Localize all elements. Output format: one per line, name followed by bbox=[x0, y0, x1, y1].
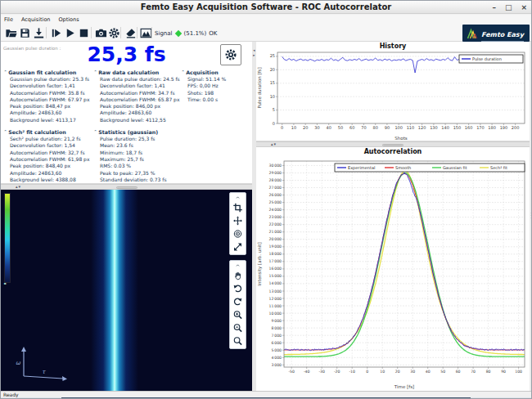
settings-button[interactable] bbox=[108, 27, 120, 39]
resize-button[interactable] bbox=[231, 240, 245, 253]
svg-text:25 000: 25 000 bbox=[268, 200, 282, 204]
svg-text:30 000: 30 000 bbox=[268, 164, 282, 168]
collapse-chevron-icon[interactable]: ˆ bbox=[4, 129, 7, 135]
section-header[interactable]: ˆSech² fit calculation bbox=[4, 129, 92, 135]
zoom-in-button[interactable] bbox=[231, 308, 245, 321]
camera-panel-splitter[interactable]: ▴▾ bbox=[1, 184, 252, 190]
settings-button[interactable] bbox=[220, 44, 241, 65]
section-item: Amplitude: 24863,60 bbox=[4, 110, 92, 116]
section-header[interactable]: ˆGaussian fit calculation bbox=[4, 69, 92, 75]
signal-ok-icon bbox=[174, 29, 181, 36]
zoom-out-button[interactable] bbox=[231, 321, 245, 334]
collapse-chevron-icon[interactable] bbox=[231, 194, 245, 201]
camera-button[interactable] bbox=[95, 27, 107, 39]
svg-text:24 000: 24 000 bbox=[268, 208, 282, 212]
undo-button[interactable] bbox=[231, 282, 245, 295]
section-item: Gaussian pulse duration: 25.3 fs bbox=[4, 76, 92, 83]
svg-text:140: 140 bbox=[441, 125, 449, 130]
section-item: FPS: 0,00 Hz bbox=[182, 83, 250, 89]
image-toolbar-top bbox=[229, 192, 246, 255]
svg-text:0: 0 bbox=[366, 370, 368, 374]
minimize-button[interactable]: – bbox=[492, 1, 496, 14]
svg-text:-50: -50 bbox=[288, 370, 295, 374]
svg-text:190: 190 bbox=[500, 125, 508, 130]
collapse-chevron-icon[interactable]: ˆ bbox=[94, 69, 97, 75]
stop-button[interactable] bbox=[78, 27, 90, 39]
section-sech-fit-calculation: ˆSech² fit calculationSech² pulse durati… bbox=[4, 129, 92, 183]
svg-text:4 000: 4 000 bbox=[271, 356, 282, 360]
collapse-chevron-icon[interactable] bbox=[231, 262, 245, 269]
crop-button[interactable] bbox=[231, 201, 245, 214]
axes-indicator: ω τ bbox=[12, 342, 86, 383]
splitter-arrows-icon[interactable]: ▴▾ bbox=[16, 184, 21, 189]
maximize-button[interactable]: □ bbox=[505, 1, 512, 14]
svg-text:Intensity [arb. unit]: Intensity [arb. unit] bbox=[257, 242, 263, 285]
section-raw-data-calculation: ˆRaw data calculationRaw data pulse dura… bbox=[94, 69, 180, 123]
svg-text:Smooth: Smooth bbox=[395, 165, 411, 170]
svg-text:27 000: 27 000 bbox=[268, 186, 282, 190]
history-panel: History 05101520250102030405060708090100… bbox=[256, 42, 530, 141]
svg-text:10: 10 bbox=[380, 370, 385, 374]
splitter-handle[interactable] bbox=[382, 144, 404, 146]
section-header[interactable]: ˆRaw data calculation bbox=[94, 69, 180, 75]
svg-text:5 000: 5 000 bbox=[271, 348, 282, 352]
close-button[interactable]: × bbox=[521, 1, 527, 14]
svg-text:50: 50 bbox=[338, 125, 343, 130]
section-item: Time: 0.00 s bbox=[182, 96, 250, 103]
collapse-chevron-icon[interactable]: ˆ bbox=[182, 69, 184, 75]
section-item: Deconvolution factor: 1,41 bbox=[94, 83, 180, 89]
section-item: Deconvolution factor: 1,41 bbox=[4, 83, 92, 89]
menu-options[interactable]: Options bbox=[59, 15, 79, 25]
spectrum-button[interactable] bbox=[140, 27, 152, 39]
open-file-button[interactable] bbox=[5, 27, 17, 39]
section-item: Peak position: 846,00 px bbox=[94, 103, 180, 110]
splitter-arrows-icon[interactable]: ▴▾ bbox=[271, 141, 277, 146]
collapse-chevron-icon[interactable]: ˆ bbox=[4, 69, 7, 75]
clear-button[interactable] bbox=[124, 27, 137, 39]
redo-button[interactable] bbox=[231, 295, 245, 308]
menu-acquisition[interactable]: Acquisition bbox=[21, 15, 51, 25]
section-gaussian-fit-calculation: ˆGaussian fit calculationGaussian pulse … bbox=[4, 69, 92, 123]
svg-text:28 000: 28 000 bbox=[268, 178, 282, 182]
section-header[interactable]: ˆStatistics (gaussian) bbox=[94, 129, 180, 135]
autocorrelation-chart-title: Autocorrelation bbox=[256, 148, 530, 155]
zoom-area-button[interactable] bbox=[231, 334, 245, 347]
svg-text:40: 40 bbox=[327, 125, 331, 130]
logo-pulse-icon bbox=[466, 28, 479, 39]
brand-logo: Femto Easy bbox=[462, 25, 530, 42]
move-button[interactable] bbox=[231, 214, 245, 227]
section-item: Background level: 4113,17 bbox=[4, 117, 92, 123]
svg-text:22 000: 22 000 bbox=[268, 222, 282, 226]
svg-text:10: 10 bbox=[291, 125, 296, 130]
single-acquisition-button[interactable] bbox=[50, 27, 62, 39]
svg-text:40: 40 bbox=[426, 370, 431, 374]
section-item: Autocorrelation FWHM: 32,7 fs bbox=[4, 150, 92, 156]
svg-text:5: 5 bbox=[273, 107, 275, 112]
section-item: Pulse duration: 25,3 fs bbox=[94, 136, 180, 142]
autocorrelation-panel: Autocorrelation 3 0004 0005 0006 0007 00… bbox=[256, 147, 530, 391]
collapse-chevron-icon[interactable]: ˆ bbox=[94, 129, 97, 135]
svg-text:20 000: 20 000 bbox=[268, 237, 282, 241]
svg-text:70: 70 bbox=[471, 370, 476, 374]
grip-dots-icon: ··· bbox=[530, 212, 531, 219]
section-item: Autocorrelation FWHM: 35.8 fs bbox=[4, 90, 92, 96]
section-item: Mean: 23.6 fs bbox=[94, 142, 180, 149]
menu-file[interactable]: File bbox=[4, 15, 13, 25]
play-button[interactable] bbox=[64, 27, 76, 39]
target-button[interactable] bbox=[231, 227, 245, 240]
camera-image-panel[interactable]: ▸▸ ω τ bbox=[1, 190, 252, 391]
svg-text:0: 0 bbox=[281, 125, 283, 130]
signal-status: OK bbox=[209, 30, 217, 37]
pan-hand-button[interactable] bbox=[231, 269, 245, 282]
svg-text:9 000: 9 000 bbox=[271, 319, 282, 323]
section-item: Deconvolution factor: 1,54 bbox=[4, 142, 92, 149]
save-button[interactable] bbox=[19, 27, 31, 39]
svg-text:Gaussian fit: Gaussian fit bbox=[443, 165, 467, 170]
charts-splitter[interactable]: ▴▾ bbox=[256, 141, 530, 147]
section-header[interactable]: ˆAcquisition bbox=[182, 69, 250, 75]
splitter-handle[interactable] bbox=[116, 186, 138, 189]
window-title: Femto Easy Acquisition Software - ROC Au… bbox=[141, 2, 391, 11]
section-item: Autocorrelation FWHM: 34.7 fs bbox=[94, 90, 180, 96]
svg-text:60: 60 bbox=[349, 125, 354, 130]
export-button[interactable] bbox=[33, 27, 45, 39]
